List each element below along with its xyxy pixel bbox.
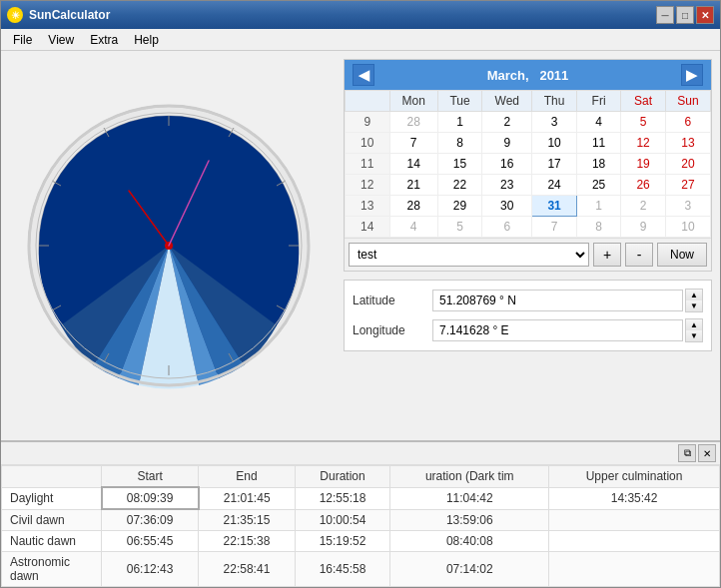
calendar-day[interactable]: 14 [389, 154, 437, 175]
col-upper: Upper culmination [549, 466, 720, 488]
calendar-day[interactable]: 25 [576, 175, 621, 196]
calendar-day[interactable]: 6 [482, 217, 532, 238]
upper-culmination: 14:35:42 [549, 487, 720, 509]
latitude-down-button[interactable]: ▼ [686, 300, 702, 311]
calendar-day[interactable]: 15 [437, 154, 482, 175]
calendar-day[interactable]: 5 [621, 112, 666, 133]
latitude-up-button[interactable]: ▲ [686, 290, 702, 300]
week-number: 13 [346, 196, 390, 217]
right-panel: ◀ March, 2011 ▶ Mon Tue Wed [336, 51, 720, 440]
add-location-button[interactable]: + [593, 243, 621, 267]
calendar-day[interactable]: 5 [437, 217, 482, 238]
titlebar: ☀ SunCalculator ─ □ ✕ [1, 1, 720, 29]
col-sun: Sun [665, 91, 710, 112]
week-number: 11 [346, 154, 390, 175]
calendar-day[interactable]: 1 [437, 112, 482, 133]
calendar-day[interactable]: 9 [621, 217, 666, 238]
calendar-day[interactable]: 9 [482, 133, 532, 154]
calendar-day[interactable]: 1 [576, 196, 621, 217]
calendar-day[interactable]: 21 [389, 175, 437, 196]
col-start: Start [102, 466, 199, 488]
calendar-day[interactable]: 16 [482, 154, 532, 175]
calendar-day[interactable]: 10 [532, 133, 577, 154]
start-time: 06:12:43 [102, 552, 199, 587]
calendar-day[interactable]: 7 [389, 133, 437, 154]
week-col-header [346, 91, 390, 112]
close-pane-btn[interactable]: ✕ [698, 444, 716, 462]
longitude-up-button[interactable]: ▲ [686, 319, 702, 330]
calendar-day[interactable]: 8 [437, 133, 482, 154]
longitude-spinner: ▲ ▼ [685, 318, 703, 342]
dark-time: 08:40:08 [390, 531, 549, 552]
menu-extra[interactable]: Extra [82, 31, 126, 49]
calendar-day[interactable]: 22 [437, 175, 482, 196]
calendar-day[interactable]: 3 [665, 196, 710, 217]
calendar-day[interactable]: 29 [437, 196, 482, 217]
menubar: File View Extra Help [1, 29, 720, 51]
calendar-day[interactable]: 17 [532, 154, 577, 175]
end-time: 22:58:41 [199, 552, 295, 587]
minimize-button[interactable]: ─ [656, 6, 674, 24]
calendar-day[interactable]: 13 [665, 133, 710, 154]
longitude-row: Longitude ▲ ▼ [353, 318, 703, 342]
calendar-day[interactable]: 8 [576, 217, 621, 238]
location-select[interactable]: test [349, 243, 589, 267]
calendar-day[interactable]: 7 [532, 217, 577, 238]
week-number: 12 [346, 175, 390, 196]
window-controls: ─ □ ✕ [656, 6, 714, 24]
longitude-input[interactable] [432, 319, 683, 341]
window-title: SunCalculator [29, 8, 656, 22]
calendar-day[interactable]: 6 [665, 112, 710, 133]
calendar-day[interactable]: 19 [621, 154, 666, 175]
remove-location-button[interactable]: - [625, 243, 653, 267]
duration-value: 15:19:52 [295, 531, 390, 552]
upper-culmination [549, 552, 720, 587]
maximize-button[interactable]: □ [676, 6, 694, 24]
calendar-day[interactable]: 26 [621, 175, 666, 196]
calendar-day[interactable]: 11 [576, 133, 621, 154]
calendar-day[interactable]: 28 [389, 196, 437, 217]
latitude-row: Latitude ▲ ▼ [353, 289, 703, 312]
row-type-label: Civil dawn [2, 509, 102, 531]
col-wed: Wed [482, 91, 532, 112]
col-mon: Mon [389, 91, 437, 112]
calendar-day[interactable]: 12 [621, 133, 666, 154]
now-button[interactable]: Now [657, 243, 707, 267]
calendar-day[interactable]: 23 [482, 175, 532, 196]
clock-svg [24, 101, 314, 390]
calendar-day[interactable]: 4 [576, 112, 621, 133]
calendar: ◀ March, 2011 ▶ Mon Tue Wed [344, 59, 712, 272]
close-button[interactable]: ✕ [696, 6, 714, 24]
next-month-button[interactable]: ▶ [681, 64, 703, 86]
data-table: Start End Duration uration (Dark tim Upp… [1, 465, 720, 587]
calendar-day[interactable]: 27 [665, 175, 710, 196]
calendar-day[interactable]: 2 [482, 112, 532, 133]
upper-culmination [549, 531, 720, 552]
prev-month-button[interactable]: ◀ [353, 64, 374, 86]
start-time: 06:55:45 [102, 531, 199, 552]
restore-btn[interactable]: ⧉ [678, 444, 696, 462]
calendar-day[interactable]: 18 [576, 154, 621, 175]
latitude-input[interactable] [432, 290, 683, 311]
calendar-day[interactable]: 2 [621, 196, 666, 217]
calendar-day[interactable]: 3 [532, 112, 577, 133]
menu-view[interactable]: View [40, 31, 82, 49]
calendar-day[interactable]: 4 [389, 217, 437, 238]
longitude-down-button[interactable]: ▼ [686, 330, 702, 341]
calendar-day[interactable]: 28 [389, 112, 437, 133]
calendar-toolbar: test + - Now [345, 238, 711, 271]
app-icon: ☀ [7, 7, 23, 23]
col-duration: Duration [295, 466, 390, 488]
calendar-day[interactable]: 10 [665, 217, 710, 238]
row-type-label: Astronomic dawn [2, 552, 102, 587]
calendar-day[interactable]: 30 [482, 196, 532, 217]
longitude-label: Longitude [353, 323, 432, 337]
menu-help[interactable]: Help [126, 31, 167, 49]
duration-value: 12:55:18 [295, 487, 390, 509]
calendar-day[interactable]: 20 [665, 154, 710, 175]
calendar-day[interactable]: 24 [532, 175, 577, 196]
week-number: 10 [346, 133, 390, 154]
calendar-day[interactable]: 31 [532, 196, 577, 217]
menu-file[interactable]: File [5, 31, 40, 49]
dark-time: 07:14:02 [390, 552, 549, 587]
